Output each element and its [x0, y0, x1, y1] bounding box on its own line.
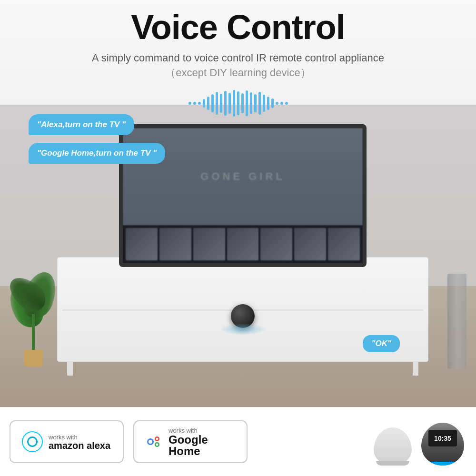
wave-bar	[216, 92, 218, 115]
nest-mini-base	[376, 461, 409, 466]
alexa-brand-label: amazon alexa	[49, 441, 110, 450]
tv-thumb	[159, 228, 191, 260]
wave-bar	[220, 94, 222, 113]
wave-dot	[285, 102, 288, 105]
badges-section: works with amazon alexa works with Googl…	[0, 407, 476, 476]
wave-bar	[233, 90, 235, 117]
tv-stand-leg-left	[67, 361, 73, 376]
wave-dot	[280, 102, 283, 105]
wave-dot	[193, 102, 196, 105]
svg-point-3	[156, 438, 159, 440]
sound-wave	[0, 89, 476, 118]
scene: GONE GIRL	[0, 105, 476, 407]
tv-thumb	[227, 228, 259, 260]
google-brand-label: Google Home	[169, 434, 235, 457]
svg-point-1	[149, 440, 152, 444]
subtitle-parenthetical: （except DIY learning device）	[165, 67, 310, 79]
page-title: Voice Control	[0, 9, 476, 46]
alexa-badge: works with amazon alexa	[10, 420, 124, 463]
wave-bar	[228, 93, 231, 114]
nest-mini-body	[374, 427, 412, 466]
tv-thumb	[328, 228, 360, 260]
google-home-icon	[146, 433, 163, 450]
ok-bubble: "OK"	[363, 335, 400, 352]
smart-speakers: 10:35	[371, 418, 466, 466]
echo-dot: 10:35	[419, 418, 466, 466]
tv-thumb	[294, 228, 326, 260]
wave-bar	[203, 99, 205, 108]
alexa-bubble: "Alexa,turn on the TV "	[29, 114, 134, 135]
wave-bar	[267, 97, 269, 110]
wave-bar	[258, 92, 261, 115]
wave-bar	[211, 94, 214, 112]
echo-display: 10:35	[428, 430, 457, 446]
wave-bar	[246, 90, 248, 116]
tv-thumb	[260, 228, 292, 260]
plant	[10, 271, 57, 367]
plant-stem	[32, 314, 35, 352]
alexa-badge-text: works with amazon alexa	[49, 434, 110, 450]
alexa-icon-ring	[27, 436, 38, 447]
google-badge-text: works with Google Home	[169, 427, 235, 457]
alexa-works-with-label: works with	[49, 434, 110, 441]
tv-thumb	[193, 228, 225, 260]
header: Voice Control A simply command to voice …	[0, 0, 476, 80]
tv-screen-top: GONE GIRL	[123, 128, 363, 225]
wave-dot	[188, 102, 191, 105]
echo-light-ring	[421, 462, 464, 466]
subtitle: A simply command to voice control IR rem…	[0, 51, 476, 80]
wave-bar	[237, 91, 239, 115]
wave-bar	[250, 92, 252, 114]
wave-bar	[207, 97, 209, 110]
speaker-right	[447, 274, 466, 369]
wave-bar	[254, 94, 257, 112]
tv-movie-title: GONE GIRL	[200, 170, 285, 183]
tv-thumb	[126, 228, 158, 260]
echo-time: 10:35	[434, 435, 451, 442]
echo-body: 10:35	[421, 423, 464, 466]
alexa-icon	[22, 431, 43, 452]
wave-dot	[198, 102, 201, 105]
wave-bar	[271, 99, 274, 108]
google-badge: works with Google Home	[133, 420, 248, 463]
wave-bar	[241, 93, 244, 113]
wave-bar	[263, 95, 265, 112]
google-nest-mini	[371, 423, 414, 466]
google-home-bubble: "Google Home,turn on the TV "	[29, 143, 165, 164]
tv-stand-leg-right	[413, 361, 418, 376]
wave-bar	[224, 91, 227, 116]
ir-device-glow	[219, 323, 267, 335]
tv-screen-bottom	[123, 225, 363, 263]
wave-dot	[276, 102, 278, 105]
svg-point-5	[156, 444, 159, 446]
main-container: Voice Control A simply command to voice …	[0, 0, 476, 476]
plant-pot	[24, 350, 43, 367]
ir-device	[231, 304, 255, 328]
subtitle-main: A simply command to voice control IR rem…	[92, 52, 384, 64]
